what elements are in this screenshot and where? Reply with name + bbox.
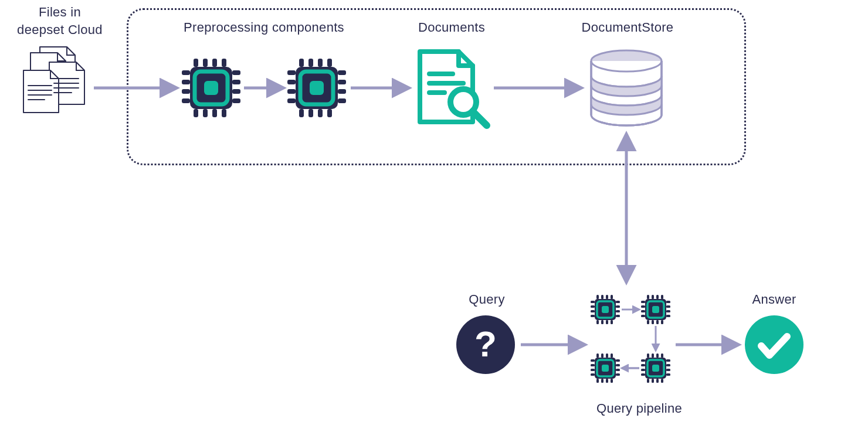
label-answer: Answer bbox=[739, 292, 809, 307]
question-icon bbox=[456, 315, 515, 374]
label-query: Query bbox=[452, 292, 522, 307]
chip-icon bbox=[641, 353, 670, 383]
diagram-stage: Files in deepset Cloud Preprocessing com… bbox=[0, 0, 868, 425]
label-files: Files in deepset Cloud bbox=[7, 4, 113, 38]
check-icon bbox=[745, 315, 803, 374]
label-query-pipeline: Query pipeline bbox=[586, 401, 692, 416]
files-icon bbox=[23, 47, 84, 113]
label-documents: Documents bbox=[399, 20, 504, 35]
chip-icon bbox=[641, 295, 670, 324]
label-documentstore: DocumentStore bbox=[563, 20, 692, 35]
label-preprocessing: Preprocessing components bbox=[164, 20, 364, 35]
chip-icon bbox=[591, 295, 620, 324]
chip-icon bbox=[591, 353, 620, 383]
